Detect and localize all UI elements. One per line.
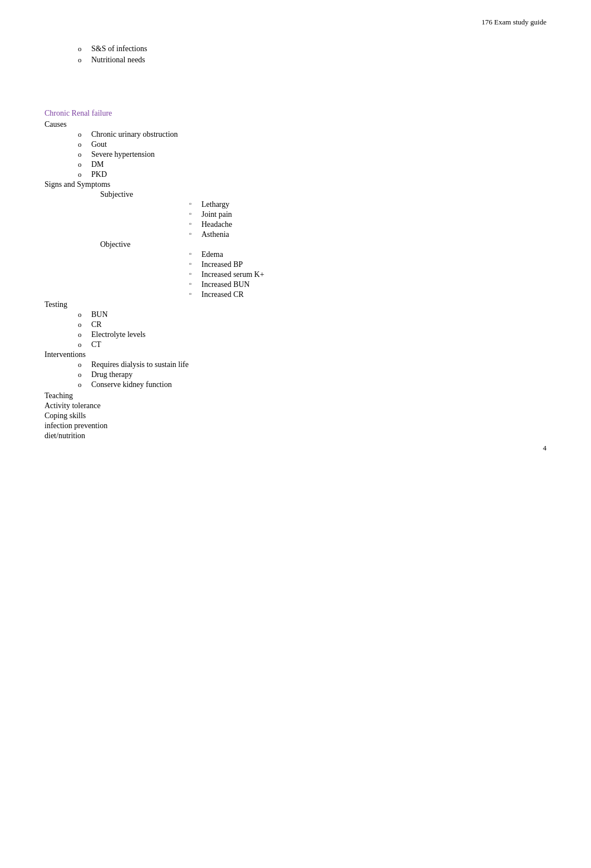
causes-block: Causes o Chronic urinary obstruction o G… bbox=[45, 120, 546, 179]
bullet-icon: ▫ bbox=[189, 210, 197, 217]
top-bullets-list: o S&S of infections o Nutritional needs bbox=[78, 44, 546, 65]
bullet-icon: ▫ bbox=[189, 290, 197, 297]
objective-3: Increased serum K+ bbox=[201, 270, 264, 279]
list-item: ▫ Asthenia bbox=[189, 230, 546, 239]
bullet-icon: o bbox=[78, 340, 86, 349]
subjective-2: Joint pain bbox=[201, 210, 232, 219]
teaching-block: Teaching Activity tolerance Coping skill… bbox=[45, 391, 546, 440]
list-item: o PKD bbox=[78, 170, 546, 179]
list-item: o BUN bbox=[78, 310, 546, 319]
testing-heading: Testing bbox=[45, 300, 546, 309]
teaching-1: Activity tolerance bbox=[45, 401, 546, 410]
bullet-icon: o bbox=[78, 140, 86, 149]
list-item: o Chronic urinary obstruction bbox=[78, 130, 546, 139]
list-item: ▫ Edema bbox=[189, 250, 546, 259]
subjective-heading: Subjective bbox=[100, 190, 546, 199]
cause-5: PKD bbox=[91, 170, 107, 179]
objective-list: ▫ Edema ▫ Increased BP ▫ Increased serum… bbox=[189, 250, 546, 299]
signs-symptoms-heading: Signs and Symptoms bbox=[45, 180, 546, 189]
intervention-3: Conserve kidney function bbox=[91, 380, 172, 389]
teaching-3: infection prevention bbox=[45, 421, 546, 430]
bullet-icon: o bbox=[78, 44, 86, 53]
list-item: o Requires dialysis to sustain life bbox=[78, 360, 546, 369]
testing-4: CT bbox=[91, 340, 101, 349]
list-item: ▫ Lethargy bbox=[189, 200, 546, 209]
bullet-icon: ▫ bbox=[189, 220, 197, 227]
subjective-block: Subjective ▫ Lethargy ▫ Joint pain ▫ Hea… bbox=[100, 190, 546, 239]
testing-2: CR bbox=[91, 320, 102, 329]
list-item: ▫ Joint pain bbox=[189, 210, 546, 219]
bullet-icon: o bbox=[78, 56, 86, 65]
objective-5: Increased CR bbox=[201, 290, 244, 299]
subjective-list: ▫ Lethargy ▫ Joint pain ▫ Headache ▫ Ast… bbox=[189, 200, 546, 239]
objective-2: Increased BP bbox=[201, 260, 243, 269]
testing-list: o BUN o CR o Electrolyte levels o CT bbox=[78, 310, 546, 349]
chronic-renal-failure-title: Chronic Renal failure bbox=[45, 109, 546, 118]
list-item: o CR bbox=[78, 320, 546, 329]
interventions-heading: Interventions bbox=[45, 350, 546, 359]
bullet-icon: o bbox=[78, 320, 86, 329]
objective-heading: Objective bbox=[100, 240, 546, 249]
objective-1: Edema bbox=[201, 250, 223, 259]
bullet-icon: o bbox=[78, 330, 86, 339]
teaching-heading: Teaching bbox=[45, 391, 546, 400]
list-item: o CT bbox=[78, 340, 546, 349]
intervention-2: Drug therapy bbox=[91, 370, 132, 379]
list-item: ▫ Increased serum K+ bbox=[189, 270, 546, 279]
interventions-list: o Requires dialysis to sustain life o Dr… bbox=[78, 360, 546, 389]
list-item: o Electrolyte levels bbox=[78, 330, 546, 339]
bullet-icon: o bbox=[78, 360, 86, 369]
bullet-icon: o bbox=[78, 310, 86, 319]
teaching-2: Coping skills bbox=[45, 411, 546, 420]
objective-4: Increased BUN bbox=[201, 280, 250, 289]
cause-1: Chronic urinary obstruction bbox=[91, 130, 178, 139]
list-item: o Drug therapy bbox=[78, 370, 546, 379]
teaching-4: diet/nutrition bbox=[45, 431, 546, 440]
cause-2: Gout bbox=[91, 140, 107, 149]
subjective-4: Asthenia bbox=[201, 230, 229, 239]
page-header-title: 176 Exam study guide bbox=[481, 18, 546, 27]
intervention-1: Requires dialysis to sustain life bbox=[91, 360, 189, 369]
testing-block: Testing o BUN o CR o Electrolyte levels … bbox=[45, 300, 546, 349]
bullet-icon: o bbox=[78, 150, 86, 159]
bullet-icon: o bbox=[78, 160, 86, 169]
bullet-icon: o bbox=[78, 380, 86, 389]
list-item: ▫ Increased CR bbox=[189, 290, 546, 299]
top-bullet-1: S&S of infections bbox=[91, 44, 147, 53]
objective-block: Objective ▫ Edema ▫ Increased BP ▫ Incre… bbox=[100, 240, 546, 299]
bullet-icon: o bbox=[78, 130, 86, 139]
bullet-icon: ▫ bbox=[189, 200, 197, 207]
bullet-icon: ▫ bbox=[189, 230, 197, 237]
list-item: o DM bbox=[78, 160, 546, 169]
testing-1: BUN bbox=[91, 310, 108, 319]
list-item: o S&S of infections bbox=[78, 44, 546, 53]
bullet-icon: o bbox=[78, 170, 86, 179]
list-item: ▫ Increased BUN bbox=[189, 280, 546, 289]
bullet-icon: ▫ bbox=[189, 280, 197, 287]
interventions-block: Interventions o Requires dialysis to sus… bbox=[45, 350, 546, 389]
subjective-1: Lethargy bbox=[201, 200, 229, 209]
bullet-icon: o bbox=[78, 370, 86, 379]
signs-symptoms-block: Signs and Symptoms Subjective ▫ Lethargy… bbox=[45, 180, 546, 299]
list-item: o Conserve kidney function bbox=[78, 380, 546, 389]
list-item: o Gout bbox=[78, 140, 546, 149]
causes-heading: Causes bbox=[45, 120, 546, 129]
subjective-3: Headache bbox=[201, 220, 232, 229]
cause-4: DM bbox=[91, 160, 104, 169]
page-number: 4 bbox=[543, 444, 547, 453]
testing-3: Electrolyte levels bbox=[91, 330, 146, 339]
list-item: ▫ Increased BP bbox=[189, 260, 546, 269]
cause-3: Severe hypertension bbox=[91, 150, 155, 159]
causes-list: o Chronic urinary obstruction o Gout o S… bbox=[78, 130, 546, 179]
bullet-icon: ▫ bbox=[189, 260, 197, 267]
list-item: o Nutritional needs bbox=[78, 56, 546, 65]
bullet-icon: ▫ bbox=[189, 250, 197, 257]
top-bullet-2: Nutritional needs bbox=[91, 56, 145, 65]
list-item: ▫ Headache bbox=[189, 220, 546, 229]
bullet-icon: ▫ bbox=[189, 270, 197, 277]
list-item: o Severe hypertension bbox=[78, 150, 546, 159]
